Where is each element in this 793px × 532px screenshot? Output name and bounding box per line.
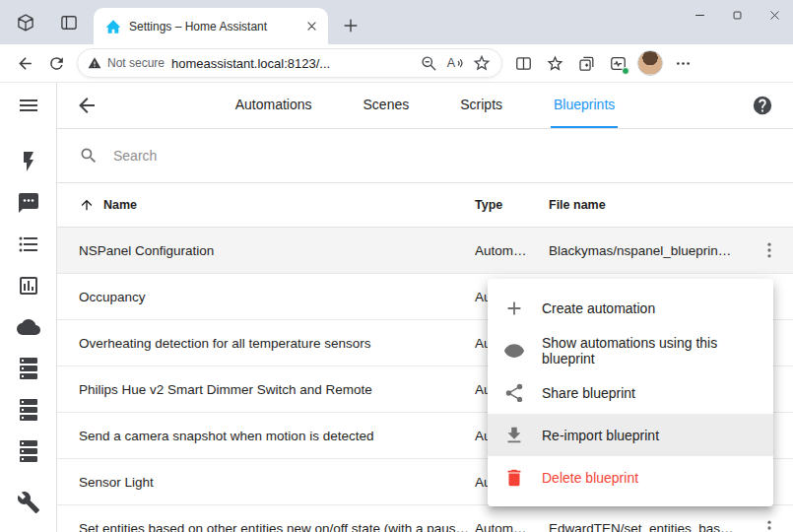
row-overflow-menu-icon[interactable]: [759, 517, 780, 532]
tab-close-icon[interactable]: [303, 18, 320, 34]
url-text: homeassistant.local:8123/...: [171, 56, 412, 71]
column-header-type[interactable]: Type: [475, 198, 549, 212]
table-header: Name Type File name: [57, 183, 793, 228]
column-header-file[interactable]: File name: [549, 198, 746, 212]
home-assistant-favicon: [105, 19, 121, 34]
row-overflow-menu-icon[interactable]: [759, 239, 780, 261]
ha-sidebar: [0, 83, 57, 532]
sidebar-menu-icon[interactable]: [17, 94, 40, 117]
sidebar-item-addon-1[interactable]: [17, 357, 40, 380]
ha-back-icon[interactable]: [75, 94, 99, 117]
menu-item-create-automation[interactable]: Create automation: [488, 287, 773, 329]
tab-scripts[interactable]: Scripts: [457, 83, 505, 128]
workspaces-icon[interactable]: [16, 13, 35, 33]
back-icon[interactable]: [9, 48, 40, 79]
sidebar-item-history[interactable]: [17, 274, 40, 298]
sidebar-item-assist[interactable]: [17, 191, 40, 215]
search-input[interactable]: [113, 148, 769, 164]
sidebar-item-addon-2[interactable]: [17, 398, 40, 422]
favorites-icon[interactable]: [539, 48, 570, 79]
menu-item-reimport-blueprint[interactable]: Re-import blueprint: [488, 414, 773, 456]
sidebar-item-logbook[interactable]: [17, 233, 40, 256]
download-icon: [503, 425, 525, 446]
tab-automations[interactable]: Automations: [232, 83, 315, 128]
maximize-button[interactable]: [718, 0, 756, 31]
plus-icon: [503, 298, 525, 319]
menu-item-delete-blueprint[interactable]: Delete blueprint: [488, 456, 773, 499]
row-context-menu: Create automation Show automations using…: [488, 279, 773, 506]
ha-header: Automations Scenes Scripts Blueprints: [57, 83, 793, 129]
table-row[interactable]: Set entities based on other entities new…: [57, 505, 793, 532]
share-icon: [503, 382, 525, 404]
refresh-icon[interactable]: [40, 48, 72, 79]
zoom-out-icon[interactable]: [419, 53, 438, 73]
tab-scenes[interactable]: Scenes: [361, 83, 413, 128]
not-secure-warning-icon: [88, 56, 101, 70]
browser-tab[interactable]: Settings – Home Assistant: [94, 8, 328, 44]
site-security-chip[interactable]: Not secure: [88, 56, 165, 70]
browser-titlebar: Settings – Home Assistant: [0, 0, 793, 44]
svg-text:A: A: [447, 56, 456, 70]
tab-blueprints[interactable]: Blueprints: [551, 83, 618, 128]
not-secure-label: Not secure: [107, 56, 165, 70]
eye-icon: [503, 340, 525, 362]
sidebar-item-developer-tools[interactable]: [17, 491, 40, 514]
favorite-star-icon[interactable]: [472, 53, 492, 73]
more-menu-icon[interactable]: [667, 48, 698, 79]
split-screen-icon[interactable]: [507, 48, 539, 79]
profile-avatar[interactable]: [637, 50, 663, 76]
read-aloud-icon[interactable]: A: [445, 53, 465, 73]
menu-item-share-blueprint[interactable]: Share blueprint: [488, 371, 773, 414]
table-row[interactable]: NSPanel Configuration Autom… Blackymas/n…: [57, 228, 793, 274]
new-tab-icon[interactable]: [341, 16, 361, 35]
collections-icon[interactable]: [570, 48, 602, 79]
browser-essentials-icon[interactable]: [602, 48, 633, 79]
sidebar-item-energy[interactable]: [17, 150, 40, 173]
status-badge: [622, 67, 629, 75]
window-controls: [681, 0, 793, 31]
sidebar-item-cloud[interactable]: [17, 315, 40, 339]
browser-navbar: Not secure homeassistant.local:8123/... …: [0, 44, 793, 83]
search-icon: [79, 146, 99, 166]
column-header-name[interactable]: Name: [57, 197, 475, 213]
close-button[interactable]: [756, 0, 793, 31]
search-bar: [57, 129, 793, 183]
tab-actions-icon[interactable]: [59, 13, 79, 33]
ha-tab-bar: Automations Scenes Scripts Blueprints: [99, 83, 752, 128]
tab-title: Settings – Home Assistant: [129, 20, 296, 33]
sidebar-item-addon-3[interactable]: [17, 439, 40, 463]
menu-item-show-automations[interactable]: Show automations using this blueprint: [488, 329, 773, 371]
address-bar[interactable]: Not secure homeassistant.local:8123/... …: [77, 48, 502, 78]
help-icon[interactable]: [752, 95, 773, 116]
sort-ascending-icon: [79, 197, 95, 213]
delete-icon: [503, 467, 525, 489]
minimize-button[interactable]: [681, 0, 718, 31]
